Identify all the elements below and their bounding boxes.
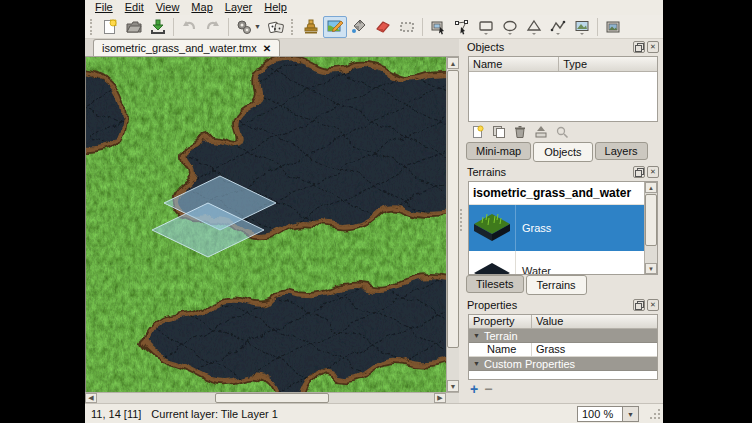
insert-ellipse-button[interactable] [498, 16, 522, 38]
toolbar-separator [173, 18, 174, 36]
close-icon[interactable]: ✕ [647, 41, 659, 53]
float-icon[interactable] [633, 41, 645, 53]
terrain-item-grass[interactable]: Grass [469, 205, 644, 251]
execute-command-icon [235, 18, 253, 36]
add-object-icon [471, 125, 485, 139]
toolbar-drag-handle[interactable] [291, 19, 296, 35]
insert-polyline-icon [549, 18, 567, 36]
toolbar-separator [422, 18, 423, 36]
property-group-custom-properties[interactable]: ▼ Custom Properties [469, 357, 657, 371]
screen: File Edit View Map Layer Help ▼ [0, 0, 752, 423]
terrain-item-water[interactable]: Water [469, 251, 644, 274]
insert-polygon-button[interactable] [522, 16, 546, 38]
terrain-item-label: Grass [516, 222, 551, 234]
menu-file[interactable]: File [89, 0, 119, 15]
property-group-label: Custom Properties [484, 358, 575, 370]
dock-splitter[interactable] [459, 39, 463, 403]
insert-tile-button[interactable] [570, 16, 594, 38]
toolbar-separator [597, 18, 598, 36]
tab-tilesets[interactable]: Tilesets [466, 275, 524, 293]
terrains-scrollbar[interactable]: ▲ ▼ [644, 182, 657, 274]
map-horizontal-scrollbar[interactable]: ◀ ▶ [85, 392, 459, 403]
raise-object-button[interactable] [532, 124, 550, 140]
zoom-value[interactable]: 100 % [577, 406, 622, 422]
eraser-icon [374, 18, 392, 36]
property-group-terrain[interactable]: ▼ Terrain [469, 329, 657, 343]
zoom-combobox[interactable]: 100 % ▼ [577, 406, 639, 422]
duplicate-object-button[interactable] [490, 124, 508, 140]
menu-help[interactable]: Help [258, 0, 293, 15]
insert-image-icon [604, 18, 622, 36]
eraser-button[interactable] [371, 16, 395, 38]
toolbar-drag-handle[interactable] [90, 19, 95, 35]
close-icon[interactable]: ✕ [647, 299, 659, 311]
redo-button[interactable] [201, 16, 225, 38]
goto-object-button[interactable] [553, 124, 571, 140]
tab-layers[interactable]: Layers [595, 142, 648, 160]
close-icon[interactable]: ✕ [647, 166, 659, 178]
scroll-right-icon[interactable]: ▶ [434, 393, 446, 403]
tileset-group-header[interactable]: isometric_grass_and_water [469, 182, 644, 205]
scroll-left-icon[interactable]: ◀ [85, 393, 97, 403]
terrain-brush-button[interactable] [323, 16, 347, 38]
scroll-up-icon[interactable]: ▲ [447, 57, 459, 69]
tab-close-icon[interactable]: ✕ [263, 43, 271, 54]
scroll-up-icon[interactable]: ▲ [645, 182, 657, 193]
menu-edit[interactable]: Edit [119, 0, 150, 15]
scroll-down-icon[interactable]: ▼ [447, 380, 459, 392]
resize-grip[interactable] [650, 408, 661, 421]
execute-command-button[interactable]: ▼ [232, 16, 264, 38]
terrains-list: isometric_grass_and_water Grass [468, 181, 658, 275]
goto-object-icon [555, 125, 569, 139]
properties-toolbar: + − [463, 380, 663, 398]
objects-column-name: Name [469, 57, 559, 71]
rectangular-select-button[interactable] [395, 16, 419, 38]
chevron-down-icon: ▼ [473, 332, 480, 339]
tab-terrains[interactable]: Terrains [526, 275, 587, 295]
scroll-down-icon[interactable]: ▼ [645, 263, 657, 274]
horizontal-scroll-thumb[interactable] [215, 393, 329, 403]
rectangular-select-icon [398, 18, 416, 36]
remove-object-icon [513, 125, 527, 139]
new-map-button[interactable] [98, 16, 122, 38]
dropdown-caret-icon: ▼ [254, 23, 261, 30]
tab-objects[interactable]: Objects [533, 142, 592, 162]
property-key: Name [469, 343, 532, 356]
terrain-brush-icon [326, 18, 344, 36]
insert-polyline-button[interactable] [546, 16, 570, 38]
add-property-button[interactable]: + [470, 383, 478, 395]
save-button[interactable] [146, 16, 170, 38]
document-tab[interactable]: isometric_grass_and_water.tmx ✕ [93, 39, 280, 56]
map-canvas[interactable] [85, 57, 446, 392]
map-editor: isometric_grass_and_water.tmx ✕ [85, 39, 459, 403]
terrains-title: Terrains [467, 166, 631, 178]
bucket-fill-button[interactable] [347, 16, 371, 38]
remove-property-button[interactable]: − [484, 383, 492, 395]
menu-map[interactable]: Map [185, 0, 218, 15]
remove-object-button[interactable] [511, 124, 529, 140]
cursor-position: 11, 14 [11] [91, 408, 141, 420]
property-row-name[interactable]: Name Grass [469, 343, 657, 357]
open-file-button[interactable] [122, 16, 146, 38]
stamp-brush-button[interactable] [299, 16, 323, 38]
float-icon[interactable] [633, 166, 645, 178]
insert-rectangle-button[interactable] [474, 16, 498, 38]
dock-tabbar-bottom-1: Mini-map Objects Layers [463, 142, 663, 164]
terrains-scroll-thumb[interactable] [645, 194, 657, 246]
float-icon[interactable] [633, 299, 645, 311]
random-mode-button[interactable] [264, 16, 288, 38]
menu-view[interactable]: View [150, 0, 186, 15]
map-vertical-scrollbar[interactable]: ▲ ▼ [446, 57, 459, 392]
select-objects-button[interactable] [426, 16, 450, 38]
add-object-button[interactable] [469, 124, 487, 140]
tab-mini-map[interactable]: Mini-map [466, 142, 531, 160]
vertical-scroll-thumb[interactable] [447, 70, 459, 348]
insert-image-button[interactable] [601, 16, 625, 38]
main-content: isometric_grass_and_water.tmx ✕ [85, 39, 663, 403]
zoom-dropdown-button[interactable]: ▼ [622, 406, 639, 422]
terrain-item-label: Water [516, 265, 551, 274]
document-tab-bar: isometric_grass_and_water.tmx ✕ [85, 39, 459, 57]
undo-button[interactable] [177, 16, 201, 38]
menu-layer[interactable]: Layer [219, 0, 259, 15]
edit-polygons-button[interactable] [450, 16, 474, 38]
